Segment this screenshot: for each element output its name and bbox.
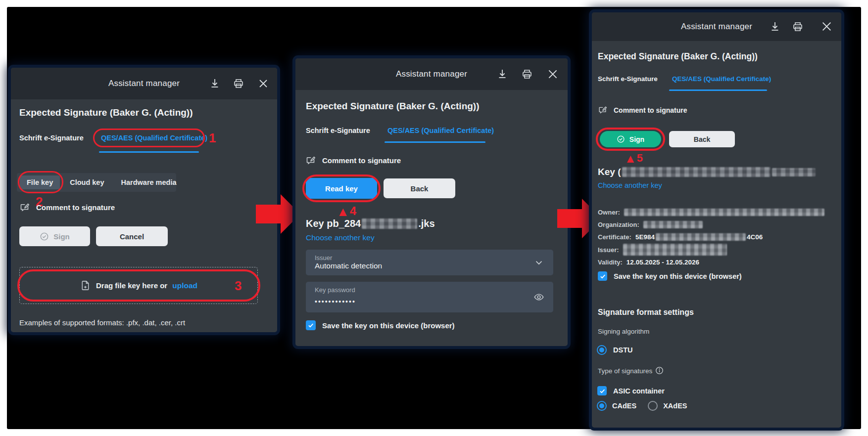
key-password-input[interactable]: Key password ••••••••••••: [306, 282, 553, 312]
eye-icon[interactable]: [533, 292, 544, 303]
download-icon[interactable]: [496, 68, 508, 80]
type-of-signatures-label: Type of signatures: [598, 366, 664, 375]
certificate-value-start: 5E984: [635, 233, 655, 241]
save-key-checkbox[interactable]: [598, 271, 607, 281]
redacted-certificate-value: [656, 233, 746, 241]
screenshot-frame: Assistant manager Expected Signature (Ba…: [0, 0, 868, 436]
annotation-number-5: 5: [637, 153, 643, 164]
close-icon[interactable]: [257, 78, 269, 89]
print-icon[interactable]: [521, 68, 533, 80]
tab-schrift-esignature[interactable]: Schrift e-Signature: [306, 127, 370, 134]
tab-qes-aes[interactable]: QES/AES (Qualified Certificate): [672, 75, 771, 83]
download-icon[interactable]: [769, 21, 781, 33]
annotation-arrow-up: ▲: [625, 153, 636, 165]
redacted-key-name-2: [772, 168, 816, 176]
certificate-row: Certificate: 5E984 4C06: [598, 231, 835, 243]
info-icon[interactable]: [655, 366, 664, 375]
annotation-number-4: 4: [350, 205, 356, 217]
key-name-extension: .jks: [418, 218, 434, 229]
app-background: Assistant manager Expected Signature (Ba…: [7, 7, 861, 429]
key-medium-tabs: File key Cloud key Hardware media: [17, 173, 176, 192]
dialog-step-1: Assistant manager Expected Signature (Ba…: [11, 68, 277, 332]
certificate-value-end: 4C06: [747, 233, 763, 241]
comment-to-signature-label: Comment to signature: [36, 203, 115, 212]
save-key-checkbox[interactable]: [306, 320, 316, 330]
dialog-title: Assistant manager: [592, 22, 841, 32]
comment-edit-icon: [598, 105, 607, 115]
tab-qes-aes[interactable]: QES/AES (Qualified Certificate): [387, 127, 494, 134]
signing-algorithm-label: Signing algorithm: [598, 328, 649, 335]
active-tab-underline: [385, 141, 485, 143]
owner-row: Owner:: [598, 206, 835, 218]
print-icon[interactable]: [233, 78, 244, 89]
xades-radio[interactable]: [648, 401, 658, 411]
issuer-label: Issuer:: [598, 246, 619, 254]
download-icon[interactable]: [209, 78, 221, 89]
annotation-number-1: 1: [209, 131, 216, 144]
file-key-dropzone[interactable]: Drag file key here or upload: [19, 267, 258, 304]
asic-container-checkbox[interactable]: [597, 386, 607, 395]
check-circle-icon: [617, 135, 625, 143]
comment-to-signature-row[interactable]: Comment to signature: [19, 202, 115, 213]
annotation-marker-4: ▲ 4: [337, 205, 356, 218]
selected-key-name: Key pb_284.jks: [306, 218, 435, 229]
read-key-button-label: Read key: [325, 184, 358, 193]
issuer-label: Issuer: [315, 254, 332, 262]
back-button-label: Back: [411, 184, 429, 193]
validity-row: Validity: 12.05.2025 - 12.05.2026: [598, 256, 835, 268]
back-button-label: Back: [694, 135, 710, 143]
comment-to-signature-row[interactable]: Comment to signature: [598, 105, 687, 115]
tab-schrift-esignature[interactable]: Schrift e-Signature: [598, 75, 658, 83]
key-name-prefix: Key (: [598, 167, 621, 177]
dialog-header: Assistant manager: [295, 58, 568, 90]
read-key-button[interactable]: Read key: [306, 178, 377, 199]
supported-formats-note: Examples of supported formats: .pfx, .da…: [19, 318, 185, 327]
key-password-value: ••••••••••••: [315, 298, 356, 305]
cancel-button[interactable]: Cancel: [96, 226, 168, 246]
check-circle-icon: [40, 232, 49, 241]
tab-schrift-esignature[interactable]: Schrift e-Signature: [19, 134, 84, 142]
back-button[interactable]: Back: [669, 131, 735, 147]
upload-link[interactable]: upload: [172, 281, 197, 290]
print-icon[interactable]: [792, 21, 804, 33]
sign-button-label: Sign: [629, 135, 644, 143]
redacted-key-name: [362, 218, 417, 229]
back-button[interactable]: Back: [384, 178, 455, 198]
tab-hardware-media[interactable]: Hardware media: [114, 175, 184, 189]
comment-to-signature-label: Comment to signature: [614, 106, 687, 114]
type-of-signatures-text: Type of signatures: [598, 367, 652, 375]
cades-radio[interactable]: [597, 401, 607, 411]
redacted-key-name: [622, 167, 771, 177]
close-icon[interactable]: [546, 68, 559, 81]
choose-another-key-link[interactable]: Choose another key: [598, 181, 662, 189]
tab-cloud-key[interactable]: Cloud key: [63, 175, 111, 189]
cades-label: CAdES: [612, 402, 636, 410]
tab-file-key[interactable]: File key: [20, 175, 60, 189]
annotation-marker-5: ▲ 5: [625, 153, 643, 165]
issuer-select[interactable]: Issuer Automatic detection: [306, 250, 553, 275]
asic-container-label: ASIC container: [613, 387, 665, 395]
dialog-header: Assistant manager: [11, 68, 277, 99]
organization-label: Organization:: [598, 221, 639, 228]
cancel-button-label: Cancel: [120, 232, 144, 241]
save-key-label: Save the key on this device (browser): [322, 321, 455, 330]
save-key-checkbox-row: Save the key on this device (browser): [306, 320, 455, 330]
comment-edit-icon: [19, 202, 30, 213]
sign-button[interactable]: Sign: [600, 131, 661, 147]
dialog-step-3: Assistant manager Expected Signature (Ba…: [592, 12, 841, 428]
active-tab-underline: [669, 89, 767, 91]
comment-to-signature-label: Comment to signature: [322, 156, 401, 165]
redacted-organization-value: [643, 221, 703, 228]
dialog-heading: Expected Signature (Baker G. (Acting)): [598, 51, 758, 62]
choose-another-key-link[interactable]: Choose another key: [306, 233, 375, 242]
save-key-checkbox-row: Save the key on this device (browser): [598, 271, 742, 281]
active-tab-underline: [99, 151, 199, 153]
dstu-label: DSTU: [613, 346, 632, 354]
close-icon[interactable]: [820, 20, 833, 33]
sign-button[interactable]: Sign: [19, 226, 90, 246]
dialog-step-2: Assistant manager Expected Signature (Ba…: [295, 58, 568, 346]
dstu-radio[interactable]: [597, 345, 607, 355]
tab-qes-aes[interactable]: QES/AES (Qualified Certificate): [101, 134, 207, 142]
comment-to-signature-row[interactable]: Comment to signature: [305, 155, 401, 166]
dialog-header: Assistant manager: [592, 12, 841, 41]
